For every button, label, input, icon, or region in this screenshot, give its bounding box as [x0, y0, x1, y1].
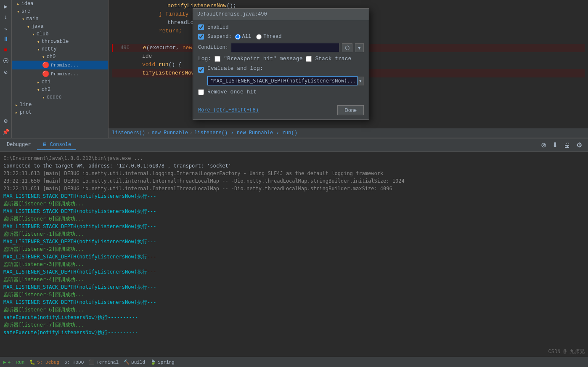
view-breakpoints-btn[interactable]: ⦿ — [1, 56, 11, 66]
print-btn[interactable]: 🖨 — [562, 141, 572, 150]
folder-icon-open: ▾ — [22, 16, 25, 22]
clear-console-btn[interactable]: ⊗ — [539, 140, 548, 150]
debug-icon: 🐛 — [29, 359, 35, 365]
console-output[interactable]: I:\Environment\Java\1.8.0.212\bin\java.e… — [0, 152, 588, 357]
console-line-8: 监听器[listener-0]回调成功... — [3, 215, 585, 223]
sidebar-item-label: ch1 — [42, 79, 51, 85]
step-over-btn[interactable]: ↓ — [1, 13, 11, 22]
evaluate-label: Evaluate and log: — [207, 65, 263, 72]
breadcrumb-run[interactable]: listeners() › new Runnable › run() — [194, 130, 297, 136]
sidebar-item-prot[interactable]: ▸ prot — [12, 109, 108, 116]
left-toolbar: ▶ ↓ ↘ ⏸ ■ ⦿ ⊘ ⚙ 📌 — [0, 0, 12, 138]
console-line-14: 监听器[listener-3]回调成功... — [3, 261, 585, 268]
console-line-18: 监听器[listener-5]回调成功... — [3, 291, 585, 298]
sidebar-item-label: prot — [20, 109, 32, 115]
sidebar-item-idea[interactable]: ▸ idea — [12, 0, 108, 8]
folder-icon: ▸ — [15, 102, 18, 108]
sidebar-item-ch1[interactable]: ▸ ch1 — [12, 78, 108, 86]
spring-icon: 🍃 — [150, 359, 156, 365]
more-link[interactable]: More (Ctrl+Shift+F8) — [198, 107, 259, 113]
console-line-12: 监听器[listener-2]回调成功... — [3, 245, 585, 253]
condition-expand-btn[interactable]: ⬡ — [342, 43, 352, 52]
run-icon: ▶ — [3, 359, 6, 365]
condition-dropdown-btn[interactable]: ▾ — [355, 43, 364, 52]
folder-icon: ▸ — [17, 1, 20, 7]
log-row: Log: "Breakpoint hit" message Stack trac… — [198, 56, 364, 62]
stop-btn[interactable]: ■ — [1, 45, 11, 55]
sidebar-item-java[interactable]: ▾ java — [12, 23, 108, 30]
tab-console[interactable]: 🖥 Console — [37, 140, 77, 150]
console-line-2: 23:22:11.613 [main] DEBUG io.netty.util.… — [3, 170, 585, 177]
evaluate-input[interactable] — [207, 76, 358, 85]
remove-label: Remove once hit — [207, 89, 257, 95]
panel-tabs: Debugger 🖥 Console ⊗ ⬇ 🖨 ⚙ — [0, 138, 588, 152]
sidebar-item-label: ch2 — [42, 87, 51, 93]
status-spring[interactable]: 🍃 Spring — [150, 359, 175, 365]
log-label: Log: — [198, 56, 211, 62]
panel-toolbar: ⊗ ⬇ 🖨 ⚙ — [537, 140, 586, 150]
remove-checkbox[interactable] — [198, 89, 204, 95]
condition-input[interactable] — [231, 43, 339, 52]
sidebar-item-codec[interactable]: ▾ codec — [12, 93, 108, 101]
breadcrumb-runnable[interactable]: new Runnable — [151, 130, 188, 136]
console-line-20: 监听器[listener-6]回调成功... — [3, 306, 585, 314]
evaluate-row: Evaluate and log: — [198, 65, 364, 73]
pin-btn[interactable]: 📌 — [1, 127, 11, 136]
folder-icon-open: ▾ — [42, 95, 45, 100]
folder-icon-open: ▾ — [32, 32, 35, 37]
sidebar-item-ch0[interactable]: ▾ ch0 — [12, 53, 108, 61]
sidebar-item-label: codec — [47, 94, 62, 100]
sidebar-item-label: idea — [21, 1, 34, 7]
bp-hit-checkbox[interactable] — [215, 56, 220, 62]
top-area: ▶ ↓ ↘ ⏸ ■ ⦿ ⊘ ⚙ 📌 ▸ idea ▾ src ▾ main — [0, 0, 588, 138]
todo-label: 6: TODO — [64, 360, 84, 365]
thread-radio[interactable]: Thread — [256, 34, 281, 40]
evaluate-dropdown-btn[interactable]: ▾ — [358, 77, 364, 85]
pause-btn[interactable]: ⏸ — [1, 35, 11, 44]
suspend-row: Suspend: All Thread — [198, 34, 364, 40]
status-debug[interactable]: 🐛 5: Debug — [29, 359, 59, 365]
sidebar-item-throwable[interactable]: ▾ throwable — [12, 38, 108, 45]
done-button[interactable]: Done — [337, 105, 364, 115]
sidebar-item-ch2[interactable]: ▾ ch2 — [12, 86, 108, 93]
folder-icon-open: ▾ — [17, 9, 20, 14]
sidebar-item-label: club — [37, 31, 49, 37]
console-line-15: MAX_LISTENER_STACK_DEPTH(notifyListeners… — [3, 268, 585, 276]
evaluate-input-wrap: ▾ — [198, 76, 364, 85]
sidebar-item-label: netty — [42, 46, 57, 52]
sidebar-item-netty[interactable]: ▾ netty — [12, 45, 108, 53]
sidebar-item-club[interactable]: ▾ club — [12, 30, 108, 38]
suspend-checkbox[interactable] — [198, 34, 204, 40]
status-todo[interactable]: 6: TODO — [64, 360, 84, 365]
settings-btn[interactable]: ⚙ — [1, 116, 11, 125]
mute-breakpoints-btn[interactable]: ⊘ — [1, 67, 11, 77]
console-line-0: I:\Environment\Java\1.8.0.212\bin\java.e… — [3, 154, 585, 162]
status-terminal[interactable]: ⬛ Terminal — [89, 359, 119, 365]
scroll-end-btn[interactable]: ⬇ — [551, 140, 559, 150]
step-into-btn[interactable]: ↘ — [1, 24, 11, 33]
enabled-checkbox[interactable] — [198, 24, 204, 30]
sidebar-item-line[interactable]: ▸ line — [12, 101, 108, 109]
stack-trace-checkbox[interactable] — [306, 56, 312, 62]
breadcrumb-listeners[interactable]: listeners() — [112, 130, 145, 136]
console-line-11: MAX_LISTENER_STACK_DEPTH(notifyListeners… — [3, 238, 585, 245]
console-line-1: Connected to the target VM, address: '12… — [3, 162, 585, 170]
folder-icon: ▸ — [15, 110, 18, 115]
settings-panel-btn[interactable]: ⚙ — [575, 140, 584, 150]
run-configs-btn[interactable]: ▶ — [1, 2, 11, 11]
console-line-4: 23:22:11.651 [main] DEBUG io.netty.util.… — [3, 185, 585, 192]
dialog-body: Enabled Suspend: All — [193, 20, 369, 103]
tab-debugger[interactable]: Debugger — [2, 140, 36, 150]
all-radio[interactable]: All — [235, 34, 252, 40]
editor-area: notifyListenersNow(); } finally { thread… — [109, 0, 588, 138]
sidebar-item-promise2[interactable]: 🔴 Promise... — [12, 69, 108, 78]
sidebar-item-main[interactable]: ▾ main — [12, 15, 108, 23]
breadcrumb-sep-2: › — [190, 130, 193, 136]
run-label: 4: Run — [8, 360, 25, 365]
condition-row: Condition: ⬡ ▾ — [198, 43, 364, 52]
evaluate-checkbox[interactable] — [198, 67, 204, 73]
status-build[interactable]: 🔨 Build — [124, 359, 145, 365]
sidebar-item-promise1[interactable]: 🔴 Promise... — [12, 61, 108, 69]
status-run[interactable]: ▶ 4: Run — [3, 359, 24, 365]
sidebar-item-src[interactable]: ▾ src — [12, 8, 108, 15]
